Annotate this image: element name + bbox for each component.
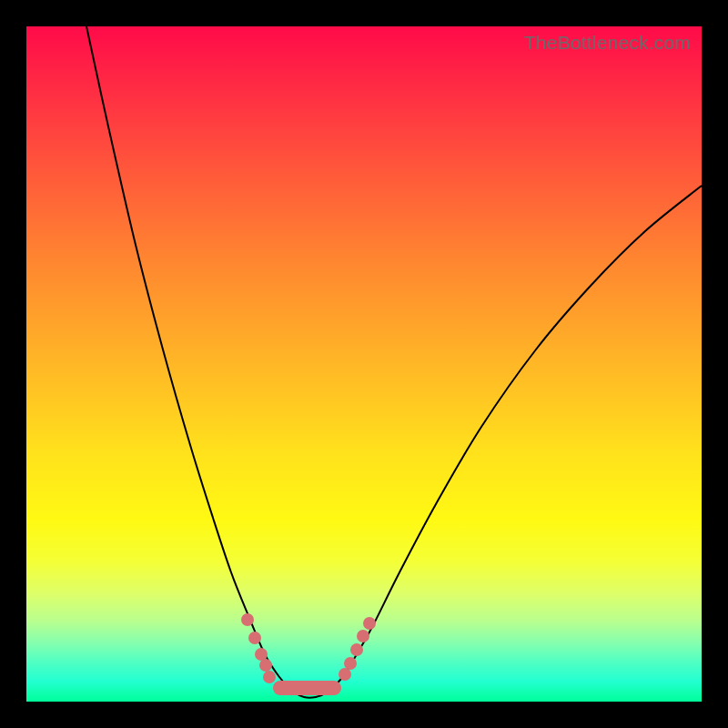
highlight-dot bbox=[259, 659, 272, 672]
bottleneck-curve bbox=[86, 26, 702, 698]
curve-bottom-band bbox=[273, 681, 341, 695]
highlight-dot bbox=[363, 617, 376, 630]
highlight-dot bbox=[241, 613, 254, 626]
highlight-dot bbox=[263, 671, 276, 683]
highlight-dot bbox=[357, 630, 369, 642]
highlight-dot bbox=[344, 657, 357, 670]
highlight-dot bbox=[255, 648, 268, 661]
highlight-dots bbox=[241, 613, 376, 683]
highlight-dot bbox=[339, 668, 351, 681]
chart-area: TheBottleneck.com bbox=[26, 26, 702, 702]
bottleneck-curve-svg bbox=[26, 26, 702, 702]
highlight-dot bbox=[350, 643, 363, 656]
highlight-dot bbox=[248, 632, 261, 644]
